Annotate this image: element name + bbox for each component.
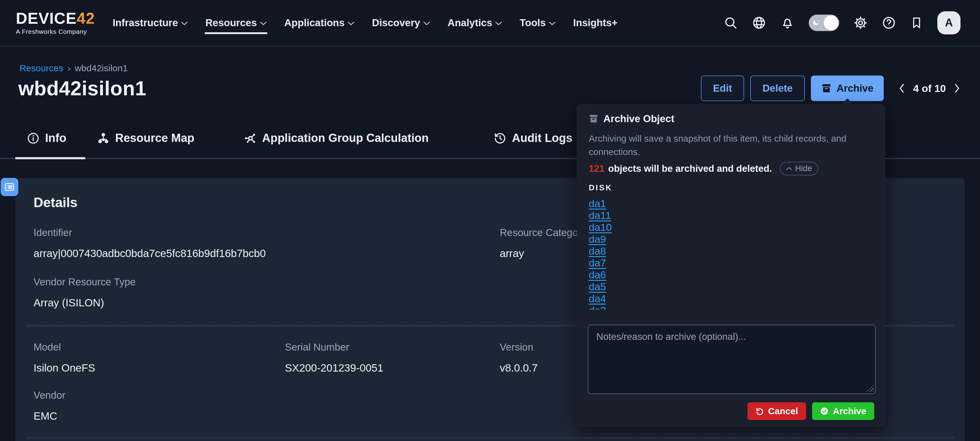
delete-button-label: Delete (762, 82, 792, 94)
tab-label: Application Group Calculation (262, 132, 429, 145)
edit-button[interactable]: Edit (701, 76, 744, 101)
hub-network-icon (244, 132, 256, 145)
search-button[interactable] (724, 16, 738, 30)
undo-icon (756, 407, 764, 416)
field-value: array (500, 247, 586, 260)
tab-resource-map[interactable]: Resource Map (97, 132, 194, 145)
delete-button[interactable]: Delete (750, 76, 805, 101)
disk-link[interactable]: da4 (589, 293, 606, 305)
disk-link-list: da1 da11 da10 da9 da8 da7 da6 da5 da4 da… (589, 198, 711, 310)
sitemap-icon (97, 132, 110, 145)
top-nav-bar: DEVICE42 A Freshworks Company Infrastruc… (0, 0, 980, 46)
nav-item-tools[interactable]: Tools (520, 17, 555, 29)
disk-link[interactable]: da10 (589, 221, 612, 233)
nav-item-analytics[interactable]: Analytics (448, 17, 502, 29)
disk-link[interactable]: da8 (589, 245, 606, 257)
pager-prev-button[interactable] (898, 83, 906, 94)
nav-item-resources[interactable]: Resources (205, 17, 267, 29)
tab-audit-logs[interactable]: Audit Logs (494, 132, 572, 145)
nav-item-infrastructure[interactable]: Infrastructure (113, 17, 188, 29)
object-count: 121 (589, 163, 605, 174)
brand-tagline: A Freshworks Company (16, 28, 95, 35)
field-model: Model Isilon OneFS (33, 341, 95, 374)
field-version: Version v8.0.0.7 (500, 341, 538, 374)
active-tab-underline (15, 157, 85, 159)
nav-item-label: Tools (520, 17, 546, 29)
disk-link[interactable]: da9 (589, 233, 606, 245)
action-bar: Edit Delete Archive 4 of 10 (701, 76, 961, 101)
field-label: Vendor (33, 390, 65, 401)
archive-popup: Archive Object Archiving will save a sna… (577, 104, 885, 427)
archive-button[interactable]: Archive (811, 76, 884, 101)
field-label: Model (33, 341, 95, 353)
search-icon (724, 16, 738, 30)
breadcrumb-parent-link[interactable]: Resources (19, 63, 63, 73)
details-side-tab[interactable] (1, 178, 18, 196)
disk-section-label: DISK (589, 183, 612, 192)
details-heading: Details (33, 195, 77, 210)
popup-title: Archive Object (603, 113, 675, 125)
settings-button[interactable] (854, 16, 867, 30)
chevron-down-icon (348, 21, 355, 25)
nav-item-label: Applications (284, 17, 345, 29)
field-value: array|0007430adbc0bda7ce5fc816b9df16b7bc… (33, 247, 266, 260)
help-icon (882, 16, 896, 30)
record-pager: 4 of 10 (898, 82, 961, 94)
popup-count-row: 121 objects will be archived and deleted… (589, 162, 818, 175)
chevron-down-icon (495, 21, 502, 25)
field-label: Version (500, 341, 538, 353)
brand-accent: 42 (77, 10, 95, 27)
help-button[interactable] (882, 16, 896, 30)
tab-info[interactable]: Info (27, 132, 67, 145)
field-label: Resource Category (500, 227, 586, 238)
nav-item-label: Discovery (372, 17, 420, 29)
disk-link[interactable]: da6 (589, 269, 606, 281)
chevron-right-icon (953, 83, 961, 94)
list-panel-icon (4, 181, 15, 192)
language-button[interactable] (752, 16, 766, 30)
nav-item-insights[interactable]: Insights+ (573, 17, 618, 29)
notifications-button[interactable] (780, 16, 794, 30)
field-vendor: Vendor EMC (33, 390, 65, 422)
nav-item-applications[interactable]: Applications (284, 17, 355, 29)
tab-label: Resource Map (115, 132, 194, 145)
pager-next-button[interactable] (953, 83, 961, 94)
disk-link[interactable]: da11 (589, 209, 611, 221)
chevron-down-icon (260, 21, 267, 25)
bookmark-icon (910, 16, 923, 30)
nav-item-discovery[interactable]: Discovery (372, 17, 430, 29)
bookmarks-button[interactable] (910, 16, 923, 30)
header-actions: A (724, 11, 961, 35)
field-value: Isilon OneFS (33, 362, 95, 374)
breadcrumb-current: wbd42isilon1 (75, 63, 127, 73)
edit-button-label: Edit (713, 82, 732, 94)
disk-link[interactable]: da7 (589, 257, 606, 269)
confirm-archive-button[interactable]: Archive (812, 402, 874, 420)
cancel-button[interactable]: Cancel (748, 402, 806, 420)
pager-label: 4 of 10 (913, 82, 946, 94)
globe-icon (752, 16, 766, 30)
chevron-down-icon (549, 21, 555, 25)
disk-link[interactable]: da3 (589, 305, 606, 310)
archive-notes-input[interactable] (588, 325, 876, 394)
disk-link[interactable]: da5 (589, 281, 606, 293)
archive-box-icon (589, 114, 598, 124)
brand-logo[interactable]: DEVICE42 A Freshworks Company (16, 10, 95, 35)
breadcrumb: Resources › wbd42isilon1 (19, 63, 128, 73)
theme-toggle[interactable] (809, 14, 839, 31)
popup-header: Archive Object (589, 113, 675, 125)
archive-box-icon (821, 83, 832, 94)
hide-button[interactable]: Hide (780, 162, 818, 175)
primary-nav: Infrastructure Resources Applications Di… (113, 17, 617, 29)
brand-wordmark: DEVICE42 (16, 10, 95, 26)
history-icon (494, 132, 506, 145)
disk-link[interactable]: da1 (589, 198, 606, 209)
popup-description: Archiving will save a snapshot of this i… (589, 132, 878, 159)
avatar-initial: A (945, 16, 953, 29)
field-value: EMC (33, 410, 65, 422)
tab-application-group-calculation[interactable]: Application Group Calculation (244, 132, 429, 145)
nav-item-label: Infrastructure (113, 17, 178, 29)
field-vendor-resource-type: Vendor Resource Type Array (ISILON) (33, 276, 135, 309)
moon-icon (812, 18, 821, 27)
avatar[interactable]: A (937, 11, 961, 35)
